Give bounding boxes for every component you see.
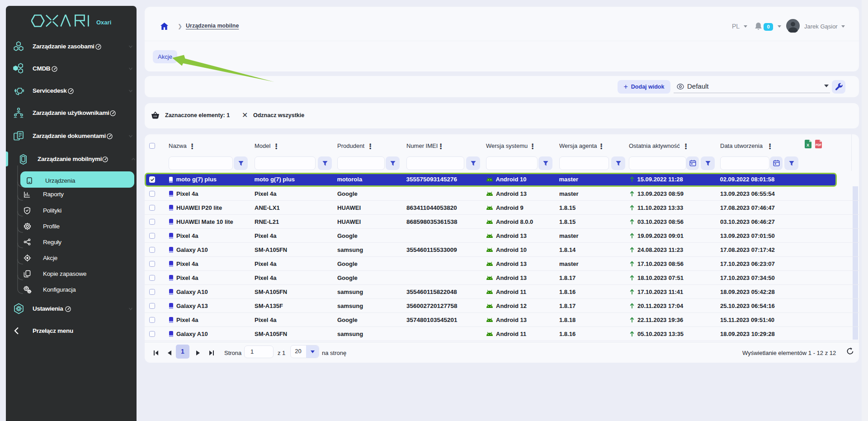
svg-text:X: X [807,143,809,147]
svg-text:PDF: PDF [816,143,821,147]
